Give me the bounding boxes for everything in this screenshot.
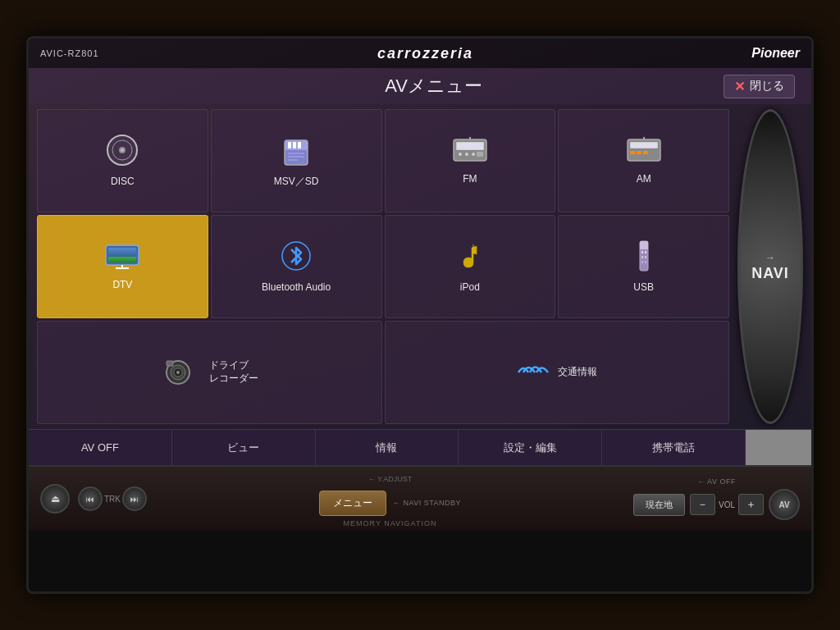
- genzaichi-label: 現在地: [646, 500, 673, 509]
- av-off-hint: ← AV OFF: [697, 477, 736, 486]
- am-icon: [626, 136, 662, 168]
- next-button[interactable]: ⏭: [122, 486, 147, 511]
- eject-button[interactable]: ⏏: [40, 484, 70, 514]
- tab-av-off-label: AV OFF: [81, 441, 119, 454]
- msvsd-label: MSV／SD: [274, 176, 319, 189]
- top-bar: AVIC-RZ801 carrozzeria Pioneer: [29, 39, 811, 68]
- memory-nav-label: MEMORY NAVIGATION: [344, 519, 437, 527]
- screen: AVIC-RZ801 carrozzeria Pioneer AVメニュー ✕ …: [29, 39, 811, 465]
- grid-cell-am[interactable]: AM: [558, 109, 729, 212]
- svg-rect-39: [641, 256, 643, 258]
- grid-cell-msvsd[interactable]: MSV／SD: [211, 109, 382, 212]
- prev-button[interactable]: ⏮: [78, 486, 103, 511]
- svg-rect-47: [167, 361, 173, 366]
- svg-point-17: [465, 153, 468, 156]
- fm-label: FM: [463, 173, 477, 186]
- ipod-icon: [455, 240, 485, 276]
- bluetooth-icon: [281, 240, 311, 276]
- svg-rect-26: [643, 151, 648, 154]
- bt-label: Bluetooth Audio: [262, 281, 331, 294]
- grid-cell-disc[interactable]: DISC: [37, 109, 208, 212]
- grid-cell-dtv[interactable]: DTV: [37, 215, 208, 318]
- svg-rect-27: [650, 151, 655, 154]
- tab-phone-label: 携帯電話: [652, 441, 695, 455]
- usb-icon: [632, 240, 656, 276]
- grid-cell-usb[interactable]: USB: [558, 215, 729, 318]
- tab-bar: AV OFF ビュー 情報 設定・編集 携帯電話: [29, 429, 811, 465]
- brand-label: carrozzeria: [377, 45, 473, 62]
- navi-button[interactable]: → NAVI: [737, 109, 803, 424]
- vol-minus-button[interactable]: －: [690, 494, 715, 515]
- ipod-label: iPod: [460, 281, 480, 294]
- trk-controls: ⏮ TRK ⏭: [78, 486, 147, 511]
- close-label: 閉じる: [750, 79, 784, 94]
- av-button[interactable]: AV: [769, 489, 800, 520]
- menu-button[interactable]: メニュー: [319, 491, 386, 516]
- svg-rect-25: [637, 151, 641, 154]
- svg-point-4: [107, 135, 137, 165]
- ctrl-mid: ← Y.ADJUST メニュー ← NAVI STANDBY MEMORY NA…: [319, 471, 461, 527]
- tab-view-label: ビュー: [227, 441, 259, 455]
- disc-label: DISC: [111, 176, 135, 189]
- svg-rect-19: [477, 152, 483, 157]
- menu-label: メニュー: [333, 497, 372, 509]
- svg-rect-41: [641, 261, 643, 263]
- svg-rect-23: [631, 143, 657, 148]
- svg-rect-9: [298, 142, 301, 148]
- svg-rect-42: [645, 261, 646, 263]
- svg-rect-36: [640, 241, 648, 249]
- tab-info-label: 情報: [376, 441, 397, 455]
- svg-rect-31: [108, 248, 136, 262]
- ctrl-left: ⏏ ⏮ TRK ⏭: [40, 484, 147, 514]
- close-button[interactable]: ✕ 閉じる: [724, 75, 795, 98]
- grid-cell-ipod[interactable]: iPod: [385, 215, 556, 318]
- nav-standby-row: ← NAVI STANDBY: [393, 499, 461, 507]
- tab-settings[interactable]: 設定・編集: [459, 430, 602, 465]
- sd-icon: [281, 134, 311, 171]
- adjust-label: ← Y.ADJUST: [357, 471, 424, 487]
- svg-rect-15: [457, 143, 483, 149]
- close-x-icon: ✕: [734, 79, 745, 94]
- ctrl-right: ← AV OFF 現在地 － VOL ＋: [633, 477, 800, 520]
- main-grid: DISC: [37, 109, 729, 424]
- eject-icon: ⏏: [51, 493, 60, 504]
- vol-label: VOL: [719, 500, 735, 509]
- navi-standby-label: ← NAVI STANDBY: [393, 499, 461, 507]
- svg-rect-37: [641, 251, 643, 253]
- navi-arrow-icon: →: [765, 252, 775, 263]
- genzaichi-button[interactable]: 現在地: [633, 494, 685, 516]
- pioneer-label: Pioneer: [751, 46, 800, 61]
- svg-point-16: [459, 153, 462, 156]
- tab-info[interactable]: 情報: [316, 430, 459, 465]
- svg-point-46: [176, 371, 180, 374]
- fm-icon: [452, 136, 488, 168]
- vol-plus-button[interactable]: ＋: [738, 494, 764, 515]
- tab-view[interactable]: ビュー: [172, 430, 316, 465]
- tab-av-off[interactable]: AV OFF: [29, 430, 172, 465]
- svg-rect-38: [645, 251, 646, 253]
- svg-rect-40: [645, 256, 646, 258]
- traffic-label: 交通情報: [558, 366, 597, 379]
- grid-area: DISC: [29, 104, 811, 429]
- grid-cell-fm[interactable]: FM: [385, 109, 556, 212]
- grid-cell-traffic[interactable]: 交通情報: [385, 321, 730, 424]
- dashcam-label: ドライブレコーダー: [209, 359, 258, 385]
- trk-label: TRK: [104, 495, 121, 504]
- tab-settings-label: 設定・編集: [504, 441, 557, 455]
- svg-rect-8: [293, 142, 296, 148]
- dtv-icon: [104, 242, 140, 274]
- grid-cell-bt[interactable]: Bluetooth Audio: [211, 215, 382, 318]
- av-label: AV: [778, 500, 789, 509]
- controls-bar: ⏏ ⏮ TRK ⏭ ← Y.ADJUST メニュー ← NAVI STANDBY: [29, 465, 811, 531]
- disc-icon: [106, 134, 139, 171]
- page-title: AVメニュー: [385, 74, 482, 98]
- vol-minus-icon: －: [697, 498, 708, 510]
- dashcam-icon: [160, 356, 196, 390]
- svg-point-18: [472, 153, 475, 156]
- vol-plus-icon: ＋: [746, 498, 756, 510]
- tab-phone[interactable]: 携帯電話: [602, 430, 746, 465]
- device-frame: AVIC-RZ801 carrozzeria Pioneer AVメニュー ✕ …: [26, 36, 814, 594]
- grid-cell-dashcam[interactable]: ドライブレコーダー: [37, 321, 382, 424]
- tab-extra[interactable]: [746, 430, 811, 465]
- model-label: AVIC-RZ801: [40, 48, 99, 58]
